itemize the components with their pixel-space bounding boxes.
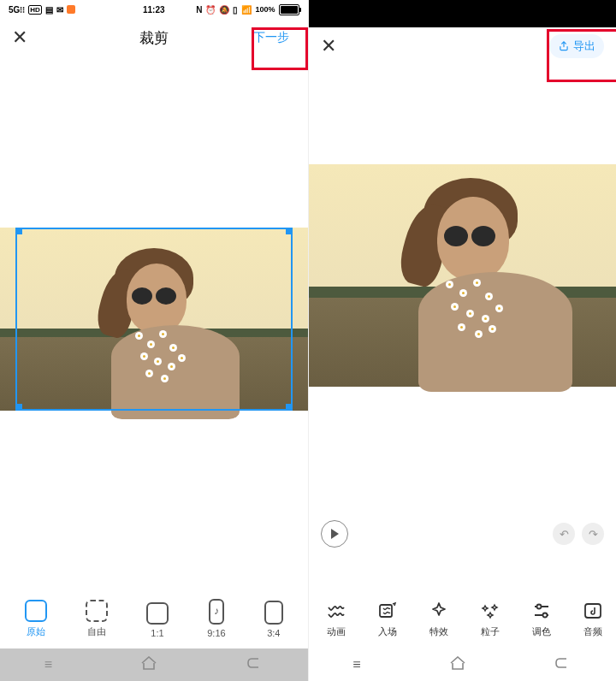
sim-icon: ▯ [233,5,238,15]
nav-back-icon[interactable] [246,657,264,672]
photo-preview [309,164,617,387]
battery-pct: 100% [255,5,275,14]
crop-option-3-4[interactable]: 3:4 [264,601,283,638]
fx-audio[interactable]: 音频 [574,601,612,638]
crop-option-label: 3:4 [267,628,280,638]
system-nav-bar: ≡ [309,648,617,681]
sparkle-icon [429,601,449,621]
fx-label: 动画 [327,625,346,638]
battery-icon [279,4,299,15]
signal-5g-icon: 5G⁝⁝ [9,5,25,15]
nav-back-icon[interactable] [554,657,572,672]
next-step-button[interactable]: 下一步 [246,27,296,49]
black-status-strip [309,0,617,27]
export-icon [558,40,570,52]
crop-option-1-1[interactable]: 1:1 [146,602,169,638]
undo-button[interactable]: ↶ [553,523,575,545]
close-icon[interactable]: ✕ [321,37,336,56]
wifi-icon: 📶 [241,5,252,15]
app-badge-icon [67,5,75,14]
alarm-icon: ⏰ [205,5,216,15]
svg-rect-0 [380,605,392,617]
fx-label: 特效 [429,625,448,638]
mute-icon: 🔕 [219,5,229,15]
status-bar: 5G⁝⁝ HD ▤ ✉ 11:23 N ⏰ 🔕 ▯ 📶 100% [0,0,308,19]
wechat-icon: ✉ [56,5,63,15]
animation-icon [326,601,346,621]
sliders-icon [531,601,552,621]
fx-animation[interactable]: 动画 [317,601,355,638]
photo-preview [0,228,308,411]
fx-enter[interactable]: 入场 [369,601,406,638]
fx-label: 入场 [378,625,397,638]
effects-toolbar: 动画 入场 特效 粒子 调色 音频 [309,601,617,638]
play-button[interactable] [321,520,348,548]
crop-ratio-toolbar: 原始 自由 1:1 9:16 3:4 [0,599,308,638]
edit-canvas[interactable] [309,164,617,387]
export-label: 导出 [573,38,595,54]
svg-point-1 [536,605,541,609]
fx-label: 调色 [532,625,551,638]
nav-recents-icon[interactable]: ≡ [352,657,360,672]
crop-option-label: 9:16 [207,628,225,638]
nav-home-icon[interactable] [140,656,157,673]
status-time: 11:23 [143,5,165,15]
fx-label: 粒子 [481,625,500,638]
crop-option-free[interactable]: 自由 [86,600,108,638]
svg-point-2 [542,613,547,618]
particles-icon [480,601,500,621]
playback-row: ↶ ↷ [309,520,617,548]
crop-option-label: 1:1 [151,628,163,638]
card-icon: ▤ [45,5,53,15]
nfc-icon: N [196,5,202,15]
close-icon[interactable]: ✕ [12,28,27,47]
crop-option-9-16[interactable]: 9:16 [207,599,225,638]
crop-option-original[interactable]: 原始 [25,600,47,638]
export-button[interactable]: 导出 [549,34,604,58]
fx-label: 音频 [583,625,602,638]
enter-icon [377,601,398,621]
nav-home-icon[interactable] [449,656,466,673]
fx-particles[interactable]: 粒子 [471,601,509,638]
crop-option-label: 原始 [27,625,45,638]
fx-color[interactable]: 调色 [523,601,560,638]
crop-option-label: 自由 [87,625,106,638]
music-icon [583,601,603,621]
page-title: 裁剪 [139,28,169,48]
crop-canvas[interactable] [0,228,308,411]
nav-recents-icon[interactable]: ≡ [44,657,52,672]
edit-topbar: ✕ 导出 [309,27,617,65]
hd-icon: HD [28,5,42,15]
system-nav-bar: ≡ [0,648,308,681]
redo-button[interactable]: ↷ [582,523,604,545]
crop-topbar: ✕ 裁剪 下一步 [0,19,308,56]
fx-effects[interactable]: 特效 [420,601,458,638]
